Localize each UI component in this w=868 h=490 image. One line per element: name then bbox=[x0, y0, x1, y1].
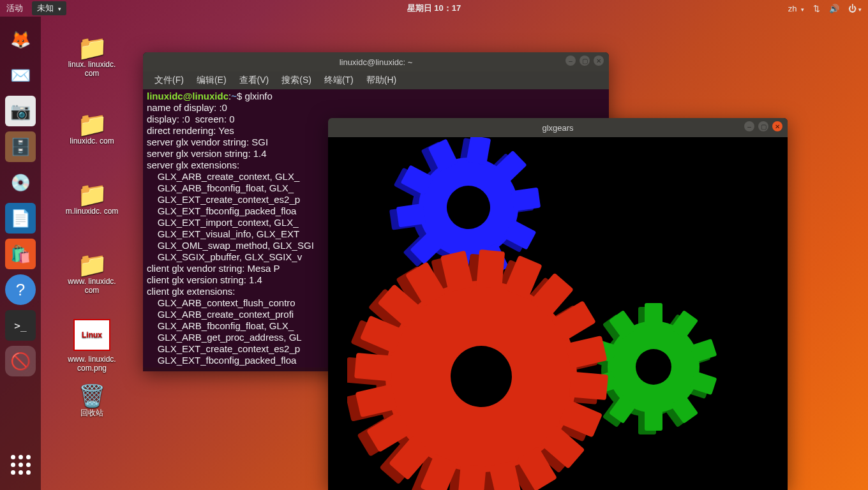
glxgears-window[interactable]: glxgears – ▢ ✕ bbox=[328, 118, 788, 490]
desktop-folder[interactable]: 📁 linuxidc. com bbox=[63, 112, 121, 145]
close-button[interactable]: ✕ bbox=[772, 121, 782, 131]
show-applications-button[interactable] bbox=[5, 449, 36, 480]
desktop-folder[interactable]: 📁 m.linuxidc. com bbox=[63, 182, 121, 216]
folder-icon: 📁 bbox=[63, 182, 121, 207]
window-title: linuxidc@linuxidc: ~ bbox=[340, 57, 413, 67]
network-icon[interactable]: ⇅ bbox=[813, 4, 820, 13]
chevron-down-icon: ▾ bbox=[858, 6, 862, 13]
trash-icon: 🗑️ bbox=[63, 383, 121, 408]
menu-search[interactable]: 搜索(S) bbox=[276, 73, 317, 88]
prompt-path: ~ bbox=[231, 91, 237, 101]
icon-label: m.linuxidc. com bbox=[63, 207, 121, 216]
icon-label: linux. linuxidc. com bbox=[63, 60, 121, 78]
dock-software[interactable]: 🛍️ bbox=[5, 239, 36, 269]
activities-button[interactable]: 活动 bbox=[6, 3, 23, 14]
app-menu-label: 未知 bbox=[37, 3, 54, 13]
dock-thunderbird[interactable]: ✉️ bbox=[5, 60, 36, 91]
dock-help[interactable]: ? bbox=[5, 274, 36, 305]
top-bar: 活动 未知 ▾ 星期日 10：17 zh ▾ ⇅ 🔊 ⏻▾ bbox=[0, 0, 868, 17]
apps-grid-icon bbox=[11, 455, 31, 475]
power-icon[interactable]: ⏻▾ bbox=[848, 4, 862, 13]
desktop-folder[interactable]: 📁 linux. linuxidc. com bbox=[63, 36, 121, 78]
dock-camera[interactable]: 📷 bbox=[5, 96, 36, 126]
prompt-dollar: $ bbox=[237, 91, 245, 101]
app-menu[interactable]: 未知 ▾ bbox=[32, 1, 66, 15]
dock-terminal[interactable]: >_ bbox=[5, 310, 36, 341]
desktop-image[interactable]: Linux www. linuxidc. com.png bbox=[63, 316, 121, 373]
desktop[interactable]: 📁 linux. linuxidc. com 📁 linuxidc. com 📁… bbox=[41, 17, 868, 490]
prompt-user: linuxidc@linuxidc bbox=[147, 91, 228, 101]
dock-files[interactable]: 🗄️ bbox=[5, 131, 36, 162]
dock-rhythmbox[interactable]: 💿 bbox=[5, 167, 36, 198]
dock: 🦊 ✉️ 📷 🗄️ 💿 📄 🛍️ ? >_ 🚫 bbox=[0, 17, 41, 490]
folder-icon: 📁 bbox=[63, 253, 121, 277]
clock[interactable]: 星期日 10：17 bbox=[407, 3, 461, 14]
glxgears-canvas bbox=[328, 137, 788, 490]
chevron-down-icon: ▾ bbox=[58, 6, 61, 12]
window-title: glxgears bbox=[542, 123, 573, 133]
maximize-button[interactable]: ▢ bbox=[758, 121, 768, 131]
desktop-trash[interactable]: 🗑️ 回收站 bbox=[63, 383, 121, 419]
close-button[interactable]: ✕ bbox=[594, 56, 604, 66]
image-icon: Linux bbox=[73, 319, 110, 351]
red-gear-icon bbox=[347, 242, 615, 490]
dock-firefox[interactable]: 🦊 bbox=[5, 24, 36, 55]
menu-terminal[interactable]: 终端(T) bbox=[319, 73, 359, 88]
volume-icon[interactable]: 🔊 bbox=[829, 4, 839, 13]
minimize-button[interactable]: – bbox=[565, 56, 576, 66]
glxgears-titlebar[interactable]: glxgears – ▢ ✕ bbox=[328, 118, 788, 137]
terminal-menubar: 文件(F) 编辑(E) 查看(V) 搜索(S) 终端(T) 帮助(H) bbox=[143, 71, 609, 89]
terminal-titlebar[interactable]: linuxidc@linuxidc: ~ – ▢ ✕ bbox=[143, 52, 609, 71]
icon-label: www. linuxidc. com.png bbox=[63, 355, 121, 373]
icon-label: linuxidc. com bbox=[63, 137, 121, 145]
folder-icon: 📁 bbox=[63, 36, 121, 60]
input-method-label: zh bbox=[788, 4, 797, 13]
icon-label: 回收站 bbox=[63, 408, 121, 419]
icon-label: www. linuxidc. com bbox=[63, 277, 121, 295]
command-text: glxinfo bbox=[244, 91, 272, 101]
menu-help[interactable]: 帮助(H) bbox=[361, 73, 401, 88]
dock-screenshot[interactable]: 🚫 bbox=[5, 346, 36, 376]
menu-edit[interactable]: 编辑(E) bbox=[191, 73, 232, 88]
dock-writer[interactable]: 📄 bbox=[5, 203, 36, 234]
menu-file[interactable]: 文件(F) bbox=[149, 73, 189, 88]
desktop-folder[interactable]: 📁 www. linuxidc. com bbox=[63, 253, 121, 295]
chevron-down-icon: ▾ bbox=[801, 6, 804, 13]
folder-icon: 📁 bbox=[63, 112, 121, 137]
input-method-indicator[interactable]: zh ▾ bbox=[788, 4, 804, 13]
maximize-button[interactable]: ▢ bbox=[580, 56, 590, 66]
output-text: name of display: :0 display: :0 screen: … bbox=[147, 102, 314, 366]
minimize-button[interactable]: – bbox=[744, 121, 754, 131]
menu-view[interactable]: 查看(V) bbox=[234, 73, 274, 88]
